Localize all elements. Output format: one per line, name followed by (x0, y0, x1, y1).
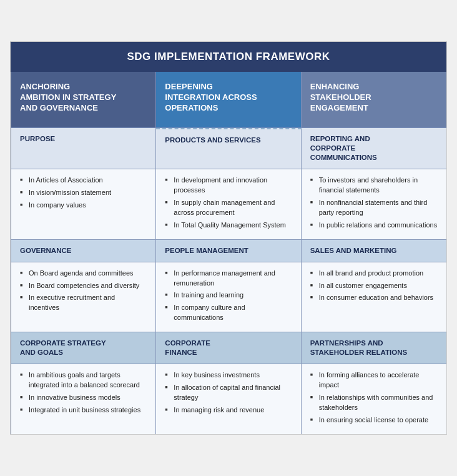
row3-label-2: CORPORATE FINANCE (156, 332, 301, 364)
col-header-1: ANCHORING AMBITION IN STRATEGY AND GOVER… (11, 72, 156, 128)
main-title: SDG IMPLEMENTATION FRAMEWORK (11, 42, 446, 72)
row1-content-1: In Articles of Association In vision/mis… (11, 169, 156, 240)
row3-label-1: CORPORATE STRATEGY AND GOALS (11, 332, 156, 364)
row3-label-3: PARTNERSHIPS AND STAKEHOLDER RELATIONS (302, 332, 446, 364)
col-header-3: ENHANCING STAKEHOLDER ENGAGEMENT (302, 72, 446, 128)
row1-label-3: REPORTING AND CORPORATE COMMUNICATIONS (302, 128, 446, 169)
row1-label-2: PRODUCTS AND SERVICES (156, 128, 301, 169)
row2-label-3: SALES AND MARKETING (302, 240, 446, 262)
row1-content-2: In development and innovation processes … (156, 169, 301, 240)
row1-label-1: PURPOSE (11, 128, 156, 169)
framework-container: SDG IMPLEMENTATION FRAMEWORK ANCHORING A… (10, 41, 447, 435)
row2-content-3: In all brand and product promotion In al… (302, 262, 446, 333)
row2-content-1: On Board agenda and committees In Board … (11, 262, 156, 333)
row3-content-1: In ambitious goals and targets integrate… (11, 364, 156, 434)
grid-container: ANCHORING AMBITION IN STRATEGY AND GOVER… (11, 72, 446, 434)
row2-content-2: In performance management and remunerati… (156, 262, 301, 333)
row3-content-3: In forming alliances to accelerate impac… (302, 364, 446, 434)
col-header-2: DEEPENING INTEGRATION ACROSS OPERATIONS (156, 72, 301, 128)
row1-content-3: To investors and shareholders in financi… (302, 169, 446, 240)
row2-label-1: GOVERNANCE (11, 240, 156, 262)
row3-content-2: In key business investments In allocatio… (156, 364, 301, 434)
row2-label-2: PEOPLE MANAGEMENT (156, 240, 301, 262)
